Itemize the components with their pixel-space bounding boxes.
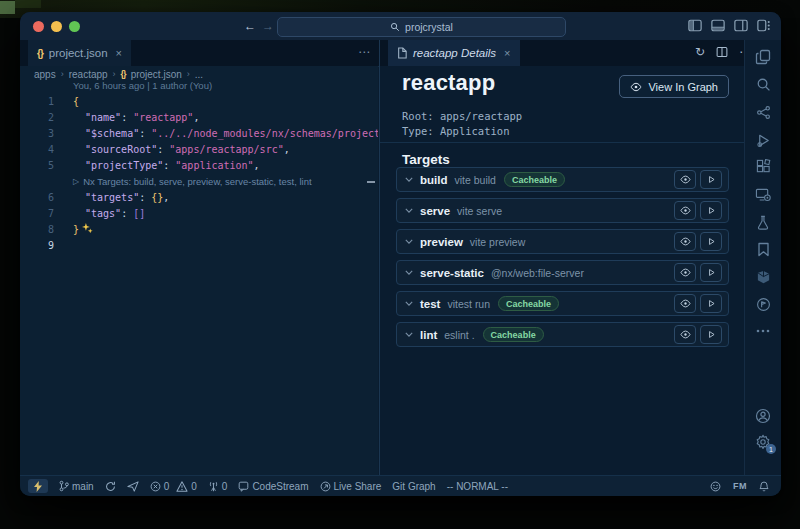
show-target-config-button[interactable] [674, 170, 696, 189]
bookmarks-icon[interactable] [753, 239, 773, 259]
navigate-back-button[interactable]: ← [244, 18, 256, 34]
code-line: { [73, 94, 79, 110]
eye-icon [630, 82, 642, 92]
breadcrumb-apps[interactable]: apps [34, 69, 56, 80]
chevron-down-icon[interactable] [405, 332, 413, 337]
code-line: "targets": {}, [73, 190, 169, 206]
project-type: Type: Application [402, 125, 509, 137]
file-icon [397, 47, 407, 59]
git-branch-status[interactable]: main [59, 480, 94, 492]
target-row-build[interactable]: build vite build Cacheable [396, 167, 729, 192]
run-target-button[interactable] [700, 325, 722, 344]
remote-indicator[interactable] [28, 479, 48, 493]
source-control-icon[interactable] [753, 102, 773, 122]
testing-flask-icon[interactable] [753, 212, 773, 232]
more-views-icon[interactable] [753, 321, 773, 341]
show-target-config-button[interactable] [674, 263, 696, 282]
project-root: Root: apps/reactapp [402, 110, 522, 122]
notifications-status[interactable] [759, 481, 769, 492]
codelens-nx-targets[interactable]: ▷ Nx Targets: build, serve, preview, ser… [73, 174, 312, 190]
tab-project-json[interactable]: {} project.json × [28, 40, 131, 66]
line-number: 8 [20, 222, 54, 238]
run-target-button[interactable] [700, 263, 722, 282]
settings-gear-icon[interactable]: 1 [753, 432, 773, 452]
ports-status[interactable]: 0 [208, 481, 228, 492]
git-graph-status[interactable]: Git Graph [392, 481, 435, 492]
extensions-icon[interactable] [753, 156, 773, 176]
line-number: 6 [20, 190, 54, 206]
run-codelens-icon[interactable]: ▷ [73, 174, 79, 190]
tab-label: project.json [49, 47, 108, 59]
codestream-status[interactable]: CodeStream [238, 481, 308, 492]
vscode-window: ← → projcrystal {} project.json × ⋯ reac… [20, 12, 781, 496]
tab-reactapp-details[interactable]: reactapp Details × [388, 40, 520, 66]
time-flag-icon[interactable] [753, 294, 773, 314]
show-target-config-button[interactable] [674, 294, 696, 313]
run-target-button[interactable] [700, 201, 722, 220]
editor-project-json[interactable]: apps › reactapp › {} project.json › ... … [20, 66, 378, 476]
fm-indicator[interactable]: FM [733, 481, 747, 491]
code-line: "$schema": "../../node_modules/nx/schema… [73, 126, 378, 142]
cacheable-badge: Cacheable [483, 327, 544, 342]
customize-layout-icon[interactable] [757, 19, 771, 32]
close-tab-icon[interactable]: × [504, 47, 510, 59]
status-bar: main 0 0 0 CodeStream Live Share [20, 475, 781, 496]
chevron-down-icon[interactable] [405, 239, 413, 244]
chevron-down-icon[interactable] [405, 208, 413, 213]
chevron-down-icon[interactable] [405, 270, 413, 275]
problems-status[interactable]: 0 0 [150, 481, 197, 492]
search-icon [390, 22, 400, 32]
live-share-icon [320, 481, 331, 492]
explorer-copy-icon[interactable] [753, 47, 773, 67]
paper-plane-icon [127, 481, 139, 492]
show-target-config-button[interactable] [674, 201, 696, 220]
show-target-config-button[interactable] [674, 325, 696, 344]
command-center-search[interactable]: projcrystal [277, 17, 566, 37]
view-in-graph-button[interactable]: View In Graph [619, 75, 729, 98]
target-row-preview[interactable]: preview vite preview [396, 229, 729, 254]
sync-icon [105, 481, 116, 492]
line-number-current: 9 [20, 238, 54, 254]
account-icon[interactable] [753, 406, 773, 426]
toggle-secondary-sidebar-icon[interactable] [734, 19, 748, 32]
live-share-status[interactable]: Live Share [320, 481, 382, 492]
sync-status[interactable] [105, 481, 116, 492]
feedback-status[interactable] [710, 481, 721, 492]
close-tab-icon[interactable]: × [116, 47, 122, 59]
run-target-button[interactable] [700, 294, 722, 313]
target-row-lint[interactable]: lint eslint . Cacheable [396, 322, 729, 347]
title-bar: ← → projcrystal [20, 12, 781, 40]
window-minimize-button[interactable] [51, 21, 62, 32]
navigate-forward-button[interactable]: → [262, 18, 274, 34]
run-target-button[interactable] [700, 232, 722, 251]
split-editor-icon[interactable] [716, 46, 728, 58]
smiley-icon [710, 481, 721, 492]
chevron-down-icon[interactable] [405, 301, 413, 306]
cacheable-badge: Cacheable [504, 172, 565, 187]
run-debug-icon[interactable] [753, 130, 773, 150]
divider [380, 142, 745, 143]
code-line: "name": "reactapp", [73, 110, 199, 126]
desktop-wallpaper-patch [15, 0, 41, 8]
nx-console-icon[interactable] [753, 267, 773, 287]
target-row-serve-static[interactable]: serve-static @nx/web:file-server [396, 260, 729, 285]
show-target-config-button[interactable] [674, 232, 696, 251]
target-row-serve[interactable]: serve vite serve [396, 198, 729, 223]
toggle-panel-icon[interactable] [711, 19, 725, 32]
run-target-button[interactable] [700, 170, 722, 189]
send-status[interactable] [127, 481, 139, 492]
chevron-down-icon[interactable] [405, 177, 413, 182]
codelens-blame[interactable]: You, 6 hours ago | 1 author (You) [73, 78, 212, 94]
search-icon[interactable] [753, 74, 773, 94]
window-close-button[interactable] [33, 21, 44, 32]
tab-overflow-more-icon[interactable]: ⋯ [358, 45, 371, 59]
vim-mode-status: -- NORMAL -- [447, 481, 508, 492]
branch-icon [59, 480, 69, 492]
search-value: projcrystal [405, 21, 453, 33]
target-row-test[interactable]: test vitest run Cacheable [396, 291, 729, 316]
toggle-primary-sidebar-icon[interactable] [688, 19, 702, 32]
window-zoom-button[interactable] [69, 21, 80, 32]
remote-explorer-icon[interactable] [753, 184, 773, 204]
warning-icon [176, 481, 188, 492]
refresh-icon[interactable]: ↻ [695, 45, 705, 59]
